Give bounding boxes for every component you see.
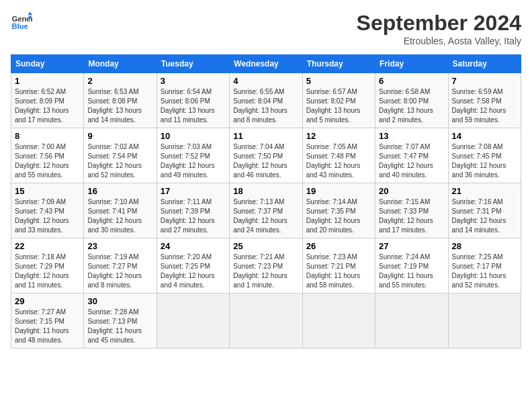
day-detail: Sunrise: 7:09 AMSunset: 7:43 PMDaylight:… [15,198,69,234]
day-number: 1 [15,76,80,86]
calendar-cell: 2 Sunrise: 6:53 AMSunset: 8:08 PMDayligh… [84,73,157,128]
day-detail: Sunrise: 7:21 AMSunset: 7:23 PMDaylight:… [233,253,287,289]
day-number: 25 [233,241,298,251]
day-detail: Sunrise: 6:57 AMSunset: 8:02 PMDaylight:… [306,88,361,124]
day-detail: Sunrise: 7:25 AMSunset: 7:17 PMDaylight:… [452,253,506,289]
calendar-cell: 23 Sunrise: 7:19 AMSunset: 7:27 PMDaylig… [84,238,157,293]
day-detail: Sunrise: 7:14 AMSunset: 7:35 PMDaylight:… [306,198,361,234]
logo-icon: General Blue [11,11,32,32]
calendar-cell: 21 Sunrise: 7:16 AMSunset: 7:31 PMDaylig… [448,183,521,238]
day-detail: Sunrise: 6:59 AMSunset: 7:58 PMDaylight:… [452,88,506,124]
calendar-cell: 17 Sunrise: 7:11 AMSunset: 7:39 PMDaylig… [157,183,229,238]
calendar-header-saturday: Saturday [448,55,521,73]
day-detail: Sunrise: 7:02 AMSunset: 7:54 PMDaylight:… [87,143,142,179]
calendar-header-thursday: Thursday [302,55,375,73]
calendar-cell: 16 Sunrise: 7:10 AMSunset: 7:41 PMDaylig… [84,183,157,238]
day-number: 7 [452,76,517,86]
day-number: 10 [161,131,226,141]
day-detail: Sunrise: 7:28 AMSunset: 7:13 PMDaylight:… [87,308,142,344]
calendar-header-monday: Monday [84,55,157,73]
day-number: 9 [87,131,152,141]
day-detail: Sunrise: 7:11 AMSunset: 7:39 PMDaylight:… [161,198,215,234]
calendar-cell: 30 Sunrise: 7:28 AMSunset: 7:13 PMDaylig… [84,293,157,349]
day-number: 12 [306,131,371,141]
day-number: 11 [233,131,298,141]
day-detail: Sunrise: 7:20 AMSunset: 7:25 PMDaylight:… [161,253,215,289]
calendar-cell: 24 Sunrise: 7:20 AMSunset: 7:25 PMDaylig… [157,238,229,293]
day-number: 5 [306,76,371,86]
day-detail: Sunrise: 7:16 AMSunset: 7:31 PMDaylight:… [452,198,506,234]
day-detail: Sunrise: 6:55 AMSunset: 8:04 PMDaylight:… [233,88,287,124]
day-detail: Sunrise: 7:04 AMSunset: 7:50 PMDaylight:… [233,143,287,179]
calendar-cell: 12 Sunrise: 7:05 AMSunset: 7:48 PMDaylig… [302,128,375,183]
calendar-cell: 26 Sunrise: 7:23 AMSunset: 7:21 PMDaylig… [302,238,375,293]
calendar-cell: 20 Sunrise: 7:15 AMSunset: 7:33 PMDaylig… [375,183,448,238]
day-detail: Sunrise: 6:52 AMSunset: 8:09 PMDaylight:… [15,88,69,124]
day-detail: Sunrise: 7:13 AMSunset: 7:37 PMDaylight:… [233,198,287,234]
day-number: 21 [452,186,517,196]
location-subtitle: Etroubles, Aosta Valley, Italy [357,36,521,46]
day-detail: Sunrise: 7:00 AMSunset: 7:56 PMDaylight:… [15,143,69,179]
calendar-cell: 18 Sunrise: 7:13 AMSunset: 7:37 PMDaylig… [230,183,302,238]
svg-text:General: General [12,15,32,23]
month-title: September 2024 [357,11,521,36]
calendar-cell: 13 Sunrise: 7:07 AMSunset: 7:47 PMDaylig… [375,128,448,183]
day-number: 29 [15,296,80,306]
day-number: 20 [379,186,444,196]
calendar-cell: 10 Sunrise: 7:03 AMSunset: 7:52 PMDaylig… [157,128,229,183]
calendar-cell: 28 Sunrise: 7:25 AMSunset: 7:17 PMDaylig… [448,238,521,293]
calendar-table: SundayMondayTuesdayWednesdayThursdayFrid… [11,54,521,349]
day-number: 26 [306,241,371,251]
day-number: 6 [379,76,444,86]
calendar-cell [230,293,302,349]
calendar-cell [157,293,229,349]
day-detail: Sunrise: 7:15 AMSunset: 7:33 PMDaylight:… [379,198,433,234]
calendar-cell: 14 Sunrise: 7:08 AMSunset: 7:45 PMDaylig… [448,128,521,183]
day-number: 13 [379,131,444,141]
svg-text:Blue: Blue [12,22,28,30]
day-number: 16 [87,186,152,196]
calendar-week-3: 15 Sunrise: 7:09 AMSunset: 7:43 PMDaylig… [11,183,521,238]
calendar-week-4: 22 Sunrise: 7:18 AMSunset: 7:29 PMDaylig… [11,238,521,293]
page-header: General Blue September 2024 Etroubles, A… [11,11,521,46]
day-number: 18 [233,186,298,196]
day-number: 24 [161,241,226,251]
day-number: 14 [452,131,517,141]
calendar-cell: 1 Sunrise: 6:52 AMSunset: 8:09 PMDayligh… [11,73,84,128]
day-detail: Sunrise: 7:08 AMSunset: 7:45 PMDaylight:… [452,143,506,179]
calendar-week-5: 29 Sunrise: 7:27 AMSunset: 7:15 PMDaylig… [11,293,521,349]
day-number: 28 [452,241,517,251]
day-detail: Sunrise: 7:24 AMSunset: 7:19 PMDaylight:… [379,253,433,289]
calendar-cell: 4 Sunrise: 6:55 AMSunset: 8:04 PMDayligh… [230,73,302,128]
calendar-header-wednesday: Wednesday [230,55,302,73]
day-number: 3 [161,76,226,86]
calendar-cell [375,293,448,349]
calendar-cell: 7 Sunrise: 6:59 AMSunset: 7:58 PMDayligh… [448,73,521,128]
calendar-week-2: 8 Sunrise: 7:00 AMSunset: 7:56 PMDayligh… [11,128,521,183]
calendar-cell: 27 Sunrise: 7:24 AMSunset: 7:19 PMDaylig… [375,238,448,293]
calendar-cell [448,293,521,349]
calendar-cell: 8 Sunrise: 7:00 AMSunset: 7:56 PMDayligh… [11,128,84,183]
calendar-cell: 25 Sunrise: 7:21 AMSunset: 7:23 PMDaylig… [230,238,302,293]
calendar-header-friday: Friday [375,55,448,73]
calendar-cell: 15 Sunrise: 7:09 AMSunset: 7:43 PMDaylig… [11,183,84,238]
day-detail: Sunrise: 7:18 AMSunset: 7:29 PMDaylight:… [15,253,69,289]
day-number: 15 [15,186,80,196]
calendar-cell: 9 Sunrise: 7:02 AMSunset: 7:54 PMDayligh… [84,128,157,183]
calendar-header-tuesday: Tuesday [157,55,229,73]
day-detail: Sunrise: 6:58 AMSunset: 8:00 PMDaylight:… [379,88,433,124]
calendar-header-sunday: Sunday [11,55,84,73]
day-number: 8 [15,131,80,141]
day-detail: Sunrise: 7:27 AMSunset: 7:15 PMDaylight:… [15,308,69,344]
day-detail: Sunrise: 6:53 AMSunset: 8:08 PMDaylight:… [87,88,142,124]
calendar-cell: 19 Sunrise: 7:14 AMSunset: 7:35 PMDaylig… [302,183,375,238]
calendar-cell: 3 Sunrise: 6:54 AMSunset: 8:06 PMDayligh… [157,73,229,128]
title-block: September 2024 Etroubles, Aosta Valley, … [357,11,521,46]
calendar-cell [302,293,375,349]
calendar-cell: 11 Sunrise: 7:04 AMSunset: 7:50 PMDaylig… [230,128,302,183]
day-detail: Sunrise: 6:54 AMSunset: 8:06 PMDaylight:… [161,88,215,124]
day-number: 22 [15,241,80,251]
day-detail: Sunrise: 7:07 AMSunset: 7:47 PMDaylight:… [379,143,433,179]
day-number: 27 [379,241,444,251]
calendar-header-row: SundayMondayTuesdayWednesdayThursdayFrid… [11,55,521,73]
